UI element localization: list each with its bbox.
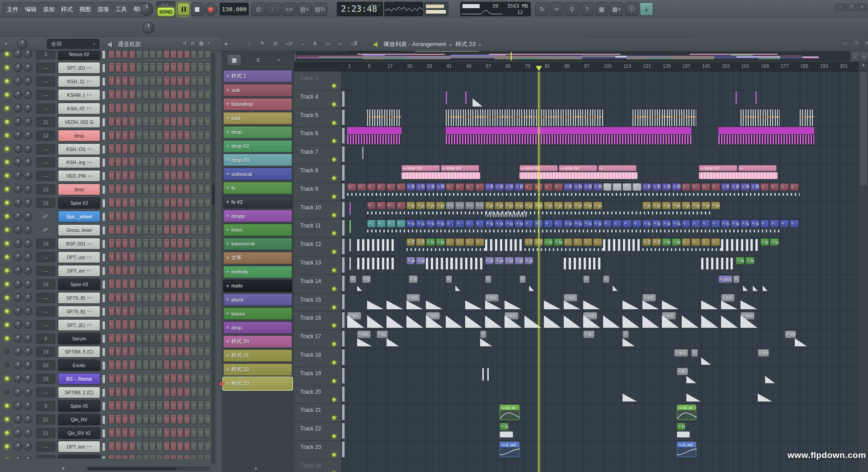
step-cell[interactable] bbox=[129, 346, 135, 356]
step-cell[interactable] bbox=[191, 265, 197, 275]
step-cell[interactable] bbox=[136, 211, 142, 221]
step-cell[interactable] bbox=[164, 293, 170, 302]
step-cell[interactable] bbox=[129, 198, 135, 208]
step-cell[interactable] bbox=[108, 320, 114, 330]
decay-shape[interactable] bbox=[446, 315, 463, 328]
add-channel-button[interactable]: + bbox=[61, 465, 65, 472]
step-cell[interactable] bbox=[136, 401, 142, 411]
clip-tick[interactable] bbox=[755, 91, 757, 104]
step-cell[interactable] bbox=[115, 414, 121, 424]
step-cell[interactable] bbox=[129, 306, 135, 316]
step-cell[interactable] bbox=[150, 293, 156, 302]
rack-vscrollbar-thumb[interactable] bbox=[212, 184, 215, 204]
decay-shape[interactable] bbox=[406, 315, 424, 328]
step-cell[interactable] bbox=[115, 76, 121, 86]
pattern-clip[interactable]: ≡VE..PP bbox=[409, 275, 418, 283]
step-cell[interactable] bbox=[115, 265, 121, 275]
step-cell[interactable] bbox=[156, 103, 162, 113]
step-cell[interactable] bbox=[191, 279, 197, 289]
pattern-clip[interactable]: ≡pluck bbox=[514, 257, 524, 264]
step-cell[interactable] bbox=[184, 373, 190, 383]
channel-volume-knob[interactable] bbox=[24, 429, 32, 437]
channel-name-button[interactable]: KSH..#2⊹⊹ bbox=[58, 103, 100, 114]
step-cell[interactable] bbox=[170, 441, 176, 451]
step-cell[interactable] bbox=[205, 333, 211, 343]
pattern-clip[interactable]: ≡古筝 bbox=[652, 238, 661, 246]
step-cell[interactable] bbox=[129, 428, 135, 438]
pattern-clip[interactable]: ≡su..al bbox=[416, 220, 425, 227]
pattern-clip[interactable]: ≡KS.._g bbox=[642, 294, 656, 302]
step-cell[interactable] bbox=[164, 428, 170, 438]
pattern-clip[interactable]: ≡样..1 bbox=[406, 183, 415, 191]
track-mute-led[interactable] bbox=[332, 323, 336, 328]
decay-shape[interactable] bbox=[763, 286, 768, 291]
step-cell[interactable] bbox=[129, 103, 135, 113]
channel-volume-knob[interactable] bbox=[24, 307, 32, 316]
step-cell[interactable] bbox=[191, 387, 197, 397]
pattern-clip[interactable]: ≡ bbox=[593, 238, 602, 246]
step-cell[interactable] bbox=[115, 157, 121, 167]
pattern-clip[interactable]: ≡ bbox=[701, 220, 710, 227]
step-cell[interactable] bbox=[115, 184, 121, 194]
pattern-clip[interactable]: ≡pad bbox=[436, 202, 445, 209]
step-cell[interactable] bbox=[108, 455, 114, 458]
track-mute-led[interactable] bbox=[332, 157, 336, 162]
track-mute-led[interactable] bbox=[332, 213, 336, 217]
channel-led[interactable] bbox=[5, 390, 9, 395]
pattern-clip[interactable]: ≡su..al bbox=[593, 220, 602, 227]
channel-pan-knob[interactable] bbox=[14, 293, 22, 302]
pattern-clip[interactable]: ≡KS.._g bbox=[564, 294, 578, 302]
pattern-clip[interactable]: ≡KS.._g bbox=[485, 294, 499, 302]
step-cell[interactable] bbox=[115, 170, 121, 180]
playlist-collapse-icon[interactable]: ▸ bbox=[225, 40, 228, 47]
decay-shape[interactable] bbox=[701, 358, 711, 365]
pattern-clip[interactable]: ≡ bbox=[377, 183, 386, 191]
step-cell[interactable] bbox=[136, 90, 142, 99]
clip-magenta[interactable] bbox=[347, 127, 401, 145]
pattern-clip[interactable]: ≡ bbox=[691, 183, 700, 191]
pattern-clip[interactable]: ≡ bbox=[377, 202, 386, 209]
stop-button[interactable] bbox=[191, 3, 203, 16]
track-options-icon[interactable]: ... bbox=[297, 360, 302, 364]
step-cell[interactable] bbox=[108, 279, 114, 289]
step-cell[interactable] bbox=[136, 103, 142, 113]
step-cell[interactable] bbox=[170, 373, 176, 383]
channel-target-box[interactable]: 18 bbox=[36, 239, 55, 249]
clip-pills[interactable] bbox=[426, 258, 482, 269]
step-cell[interactable] bbox=[205, 117, 211, 127]
step-cell[interactable] bbox=[170, 252, 176, 262]
step-cell[interactable] bbox=[143, 401, 149, 411]
clip-tick[interactable] bbox=[362, 146, 363, 159]
step-cell[interactable] bbox=[156, 170, 162, 180]
step-cell[interactable] bbox=[115, 360, 121, 370]
step-cell[interactable] bbox=[156, 198, 162, 208]
step-cell[interactable] bbox=[143, 117, 149, 127]
track-options-icon[interactable]: ... bbox=[297, 378, 302, 383]
channel-name-button[interactable]: Spire #3 bbox=[58, 278, 100, 290]
step-cell[interactable] bbox=[184, 130, 190, 140]
step-cell[interactable] bbox=[150, 387, 156, 397]
overdub-icon[interactable]: ▤+ bbox=[297, 3, 312, 16]
step-cell[interactable] bbox=[136, 130, 142, 140]
pattern-item[interactable]: ≡fx #2 bbox=[223, 196, 292, 208]
step-cell[interactable] bbox=[122, 170, 128, 180]
pattern-clip[interactable]: ≡ba..al bbox=[544, 238, 553, 246]
step-cell[interactable] bbox=[198, 62, 204, 72]
step-cell[interactable] bbox=[143, 184, 149, 194]
step-cell[interactable] bbox=[108, 333, 114, 343]
cut-icon[interactable]: ✂ bbox=[550, 2, 564, 16]
step-cell[interactable] bbox=[164, 144, 170, 154]
pattern-clip[interactable]: ≡ba..al bbox=[770, 238, 779, 246]
step-cell[interactable] bbox=[129, 360, 135, 370]
step-cell[interactable] bbox=[108, 184, 114, 194]
step-cell[interactable] bbox=[177, 103, 183, 113]
step-cell[interactable] bbox=[143, 428, 149, 438]
magnet-icon[interactable]: ∩ bbox=[248, 40, 252, 47]
step-cell[interactable] bbox=[205, 76, 211, 86]
track-options-icon[interactable]: ... bbox=[297, 102, 302, 106]
step-cell[interactable] bbox=[191, 441, 197, 451]
step-cell[interactable] bbox=[122, 441, 128, 451]
pattern-clip[interactable]: ≡ bbox=[446, 275, 452, 283]
channel-led[interactable] bbox=[5, 309, 9, 314]
channel-target-box[interactable]: --- bbox=[36, 307, 55, 316]
